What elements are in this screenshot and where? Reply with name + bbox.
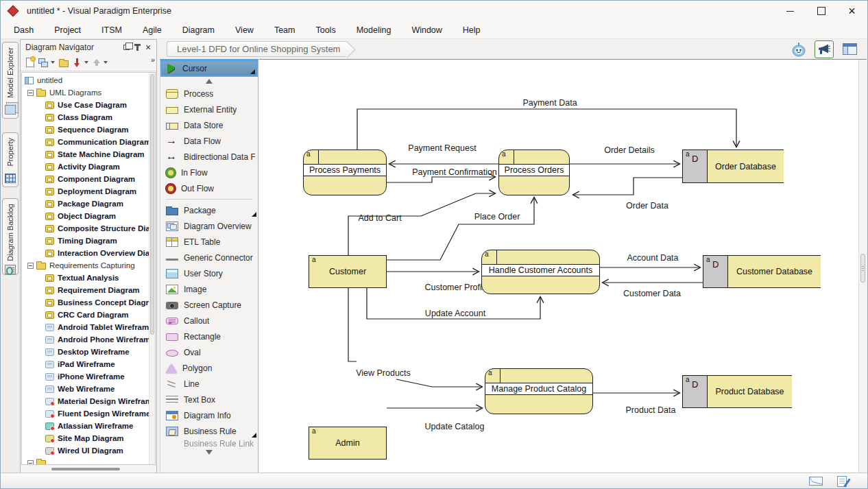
palette-item-oval[interactable]: Oval (160, 344, 258, 360)
flow-view-products[interactable] (396, 379, 482, 387)
tree-item-sequence-diagram[interactable]: Sequence Diagram (22, 123, 149, 136)
palette-item-business-rule[interactable]: Business Rule (160, 423, 258, 439)
menu-help[interactable]: Help (453, 23, 491, 38)
tree-item-wired-ui-diagram[interactable]: Wired UI Diagram (22, 444, 149, 457)
tree-item-use-case-diagram[interactable]: Use Case Diagram (22, 99, 149, 111)
flow-label[interactable]: Product Data (626, 405, 676, 415)
tree-item-activity-diagram[interactable]: Activity Diagram (22, 160, 149, 173)
flow-label[interactable]: Customer Profile (424, 283, 488, 292)
flow-label[interactable]: Add to Cart (358, 213, 402, 223)
process-process-payments[interactable]: a Process Payments (303, 150, 387, 195)
scrollbar-thumb[interactable] (51, 468, 120, 470)
close-button[interactable] (836, 1, 867, 21)
collapse-toggle-icon[interactable] (27, 90, 34, 96)
flow-label[interactable]: Update Catalog (425, 422, 485, 431)
new-diagram-button[interactable] (24, 56, 36, 70)
mail-button[interactable] (807, 475, 825, 487)
palette-item-data-store[interactable]: Data Store (160, 117, 258, 133)
flow-view-products-segment[interactable] (348, 288, 357, 361)
canvas-vertical-scrollbar[interactable] (858, 60, 867, 473)
dropdown-caret-icon[interactable] (104, 61, 108, 64)
menu-team[interactable]: Team (264, 23, 306, 38)
close-panel-button[interactable] (143, 42, 154, 52)
tree-item-communication-diagram[interactable]: Communication Diagram (22, 136, 149, 148)
palette-item-image[interactable]: Image (160, 281, 258, 297)
toolbar-overflow-icon[interactable] (151, 56, 155, 64)
palette-item-line[interactable]: Line (160, 376, 258, 392)
tree-item-android-tablet-wireframe[interactable]: Android Tablet Wireframe (22, 321, 149, 333)
pin-panel-button[interactable] (132, 42, 143, 52)
tree-item-android-phone-wireframe[interactable]: Android Phone Wireframe (22, 333, 149, 346)
flow-label[interactable]: View Products (356, 368, 411, 378)
tree-item-fluent-design-wireframe[interactable]: Fluent Design Wireframe (22, 407, 149, 420)
flow-label[interactable]: Order Data (626, 201, 668, 211)
breadcrumb[interactable]: Level-1 DFD for Online Shopping System (167, 41, 347, 57)
external-entity-customer[interactable]: a Customer (309, 255, 387, 288)
palette-item-process[interactable]: Process (160, 86, 258, 102)
tree-item-timing-diagram[interactable]: Timing Diagram (22, 235, 149, 247)
palette-scroll-down[interactable] (160, 448, 258, 457)
tree-item-untitled[interactable]: untitled (22, 74, 149, 86)
tree-item-material-design-wireframe[interactable]: Material Design Wireframe (22, 395, 149, 407)
flow-label[interactable]: Place Order (474, 212, 520, 222)
dropdown-caret-icon[interactable] (84, 61, 88, 64)
palette-scroll-up[interactable] (160, 77, 258, 86)
menu-tools[interactable]: Tools (305, 23, 346, 38)
tab-model-explorer[interactable]: Model Explorer (2, 42, 19, 119)
palette-item-text-box[interactable]: Text Box (160, 392, 258, 407)
data-store-order-database[interactable]: a D Order Database (682, 150, 784, 183)
tree-item-state-machine-diagram[interactable]: State Machine Diagram (22, 148, 149, 160)
menu-diagram[interactable]: Diagram (172, 23, 225, 38)
flow-label[interactable]: Payment Confirmation (412, 167, 497, 177)
menu-dash[interactable]: Dash (3, 23, 44, 38)
flow-payment-confirmation[interactable] (387, 177, 495, 182)
flow-label[interactable]: Order Details (604, 145, 655, 155)
palette-item-rectangle[interactable]: Rectangle (160, 329, 258, 344)
tree-item-site-map-diagram[interactable]: Site Map Diagram (22, 432, 149, 444)
diagram-canvas[interactable]: Payment Data Payment Request Payment Con… (259, 59, 867, 474)
palette-item-polygon[interactable]: Polygon (160, 360, 258, 376)
flow-label[interactable]: Payment Request (408, 143, 477, 153)
palette-item-etl-table[interactable]: ETL Table (160, 234, 258, 250)
minimize-button[interactable] (775, 1, 806, 21)
palette-item-screen-capture[interactable]: Screen Capture (160, 297, 258, 313)
menu-view[interactable]: View (225, 23, 264, 38)
palette-item-business-rule-link[interactable]: Business Rule Link (160, 439, 258, 448)
tree-item-package-diagram[interactable]: Package Diagram (22, 198, 149, 210)
process-process-orders[interactable]: a Process Orders (498, 150, 570, 195)
palette-item-package[interactable]: Package (160, 202, 258, 218)
palette-item-cursor[interactable]: Cursor (160, 60, 258, 77)
menu-agile[interactable]: Agile (132, 23, 172, 38)
palette-item-external-entity[interactable]: External Entity (160, 102, 258, 117)
tree-item-class-diagram[interactable]: Class Diagram (22, 111, 149, 123)
flow-label[interactable]: Payment Data (522, 98, 577, 108)
flow-label[interactable]: Account Data (627, 253, 678, 263)
palette-item-in-flow[interactable]: In Flow (160, 165, 258, 180)
tree-item-web-wireframe[interactable]: Web Wireframe (22, 383, 149, 395)
palette-item-user-story[interactable]: User Story (160, 265, 258, 281)
model-structure-button[interactable] (36, 56, 50, 70)
external-entity-admin[interactable]: a Admin (309, 427, 387, 460)
panel-layout-button[interactable] (840, 40, 859, 58)
tree-item-business-concept-diagram[interactable]: Business Concept Diagram (22, 296, 149, 309)
palette-item-out-flow[interactable]: Out Flow (160, 180, 258, 196)
menu-modeling[interactable]: Modeling (346, 23, 402, 38)
collapse-toggle-icon[interactable] (27, 263, 34, 269)
process-manage-product-catalog[interactable]: a Manage Product Catalog (485, 368, 593, 414)
palette-item-bidirectional-data-flow[interactable]: Bidirectional Data Flow (160, 149, 258, 165)
tree-item-deployment-diagram[interactable]: Deployment Diagram (22, 185, 149, 198)
tree-item-textual-analysis[interactable]: Textual Analysis (22, 272, 149, 284)
working-set-button[interactable] (833, 475, 851, 487)
flow-order-data[interactable] (573, 178, 682, 195)
tree-item-ipad-wireframe[interactable]: iPad Wireframe (22, 358, 149, 370)
tab-property[interactable]: Property (2, 132, 19, 187)
tree-item-crc-card-diagram[interactable]: CRC Card Diagram (22, 309, 149, 321)
tree-item-interaction-overview-diagram[interactable]: Interaction Overview Diagram (22, 247, 149, 259)
open-folder-button[interactable] (57, 56, 71, 70)
tree-item-composite-structure-diagram[interactable]: Composite Structure Diagram (22, 222, 149, 235)
menu-itsm[interactable]: ITSM (91, 23, 132, 38)
sort-diagrams-button[interactable] (71, 56, 84, 70)
tree-item-requirement-diagram[interactable]: Requirement Diagram (22, 284, 149, 296)
menu-window[interactable]: Window (401, 23, 452, 38)
menu-project[interactable]: Project (44, 23, 91, 38)
